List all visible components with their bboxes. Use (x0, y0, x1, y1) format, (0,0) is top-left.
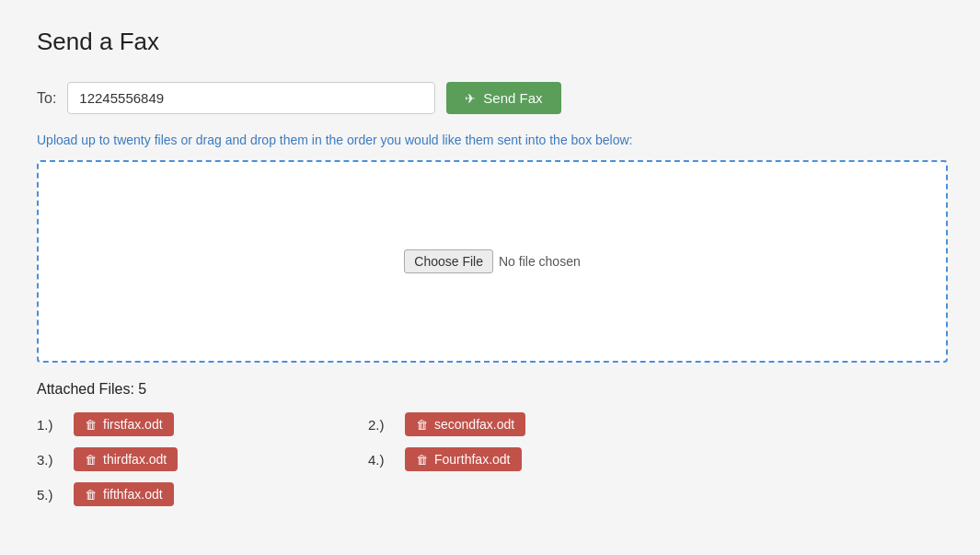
file-number: 4.) (368, 452, 396, 468)
files-grid: 1.) 🗑 firstfax.odt 2.) 🗑 secondfax.odt 3… (37, 412, 681, 506)
file-item-placeholder (368, 482, 681, 506)
trash-icon: 🗑 (85, 453, 97, 467)
file-item: 3.) 🗑 thirdfax.odt (37, 447, 350, 471)
trash-icon: 🗑 (416, 453, 428, 467)
file-item: 2.) 🗑 secondfax.odt (368, 412, 681, 436)
file-input-wrapper: Choose File No file chosen (404, 249, 580, 273)
to-label: To: (37, 90, 56, 107)
file-number: 2.) (368, 417, 396, 433)
file-badge[interactable]: 🗑 Fourthfax.odt (405, 447, 522, 471)
file-badge[interactable]: 🗑 fifthfax.odt (74, 482, 174, 506)
file-item: 5.) 🗑 fifthfax.odt (37, 482, 350, 506)
file-name: secondfax.odt (434, 417, 514, 432)
trash-icon: 🗑 (85, 418, 97, 432)
file-item: 4.) 🗑 Fourthfax.odt (368, 447, 681, 471)
file-number: 3.) (37, 452, 64, 468)
attached-files-label: Attached Files: (37, 381, 138, 397)
file-badge[interactable]: 🗑 firstfax.odt (74, 412, 174, 436)
to-input[interactable] (67, 82, 435, 114)
attached-files-count: 5 (138, 381, 146, 397)
file-name: fifthfax.odt (103, 487, 163, 502)
send-fax-button[interactable]: ✈ Send Fax (446, 82, 560, 114)
no-file-text: No file chosen (499, 254, 581, 269)
file-badge[interactable]: 🗑 secondfax.odt (405, 412, 525, 436)
send-fax-label: Send Fax (483, 90, 542, 106)
page-title: Send a Fax (37, 28, 943, 56)
file-number: 1.) (37, 417, 64, 433)
file-badge[interactable]: 🗑 thirdfax.odt (74, 447, 178, 471)
file-item: 1.) 🗑 firstfax.odt (37, 412, 350, 436)
choose-file-button[interactable]: Choose File (404, 249, 493, 273)
send-icon: ✈ (465, 91, 476, 106)
trash-icon: 🗑 (416, 418, 428, 432)
drop-zone[interactable]: Choose File No file chosen (37, 160, 948, 363)
to-row: To: ✈ Send Fax (37, 82, 943, 114)
upload-instructions: Upload up to twenty files or drag and dr… (37, 133, 943, 147)
file-name: Fourthfax.odt (434, 452, 511, 467)
file-name: thirdfax.odt (103, 452, 167, 467)
attached-files-header: Attached Files: 5 (37, 381, 943, 398)
trash-icon: 🗑 (85, 488, 97, 502)
file-name: firstfax.odt (103, 417, 163, 432)
file-number: 5.) (37, 487, 64, 503)
